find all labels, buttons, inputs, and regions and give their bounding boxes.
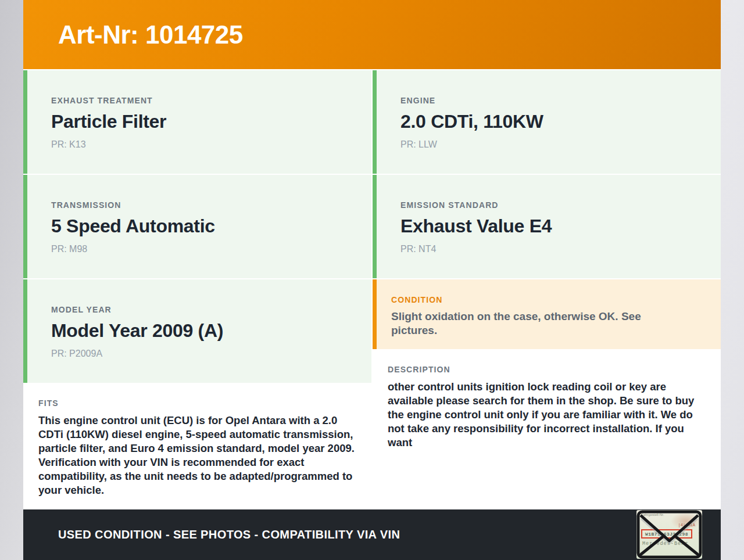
spec-pr-code: PR: P2009A xyxy=(51,349,354,359)
spec-value: Particle Filter xyxy=(51,111,354,132)
spec-label: EMISSION STANDARD xyxy=(400,200,703,210)
right-column: ENGINE 2.0 CDTi, 110KW PR: LLW EMISSION … xyxy=(373,70,721,508)
spec-card-emission-standard: EMISSION STANDARD Exhaust Value E4 PR: N… xyxy=(373,175,721,278)
spec-label: ENGINE xyxy=(400,96,703,105)
header-bar: Art-Nr: 1014725 xyxy=(23,0,721,69)
fits-text: This engine control unit (ECU) is for Op… xyxy=(38,414,357,497)
vehicle-document-photo: Fahrgestell-Nr. |4| AiA W1B71463J31298 7… xyxy=(636,510,702,559)
condition-card: CONDITION Slight oxidation on the case, … xyxy=(373,279,721,349)
description-text: other control units ignition lock readin… xyxy=(388,380,707,450)
fits-card: FITS This engine control unit (ECU) is f… xyxy=(23,384,371,508)
fits-label: FITS xyxy=(38,399,357,408)
description-label: DESCRIPTION xyxy=(388,365,707,374)
spec-label: MODEL YEAR xyxy=(51,305,354,314)
spec-value: 5 Speed Automatic xyxy=(51,216,354,237)
left-column: EXHAUST TREATMENT Particle Filter PR: K1… xyxy=(23,70,371,508)
spec-card-exhaust-treatment: EXHAUST TREATMENT Particle Filter PR: K1… xyxy=(23,70,371,174)
page-title: Art-Nr: 1014725 xyxy=(23,20,243,49)
envelope-icon xyxy=(636,510,702,559)
product-sheet: Art-Nr: 1014725 EXHAUST TREATMENT Partic… xyxy=(23,0,721,560)
condition-text: Slight oxidation on the case, otherwise … xyxy=(391,310,660,338)
spec-card-model-year: MODEL YEAR Model Year 2009 (A) PR: P2009… xyxy=(23,279,371,383)
spec-pr-code: PR: NT4 xyxy=(400,244,703,254)
spec-pr-code: PR: M98 xyxy=(51,244,354,254)
spec-card-transmission: TRANSMISSION 5 Speed Automatic PR: M98 xyxy=(23,175,371,278)
spec-label: TRANSMISSION xyxy=(51,200,354,210)
spec-value: 2.0 CDTi, 110KW xyxy=(400,111,703,132)
description-card: DESCRIPTION other control units ignition… xyxy=(373,350,721,508)
footer-banner-text: USED CONDITION - SEE PHOTOS - COMPATIBIL… xyxy=(23,528,400,541)
condition-label: CONDITION xyxy=(391,295,703,304)
footer-banner: USED CONDITION - SEE PHOTOS - COMPATIBIL… xyxy=(23,509,721,560)
spec-card-engine: ENGINE 2.0 CDTi, 110KW PR: LLW xyxy=(373,70,721,174)
spec-grid: EXHAUST TREATMENT Particle Filter PR: K1… xyxy=(23,70,721,508)
spec-label: EXHAUST TREATMENT xyxy=(51,96,354,105)
spec-pr-code: PR: LLW xyxy=(400,139,703,150)
spec-value: Model Year 2009 (A) xyxy=(51,320,354,342)
spec-pr-code: PR: K13 xyxy=(51,139,354,150)
spec-value: Exhaust Value E4 xyxy=(400,216,703,237)
